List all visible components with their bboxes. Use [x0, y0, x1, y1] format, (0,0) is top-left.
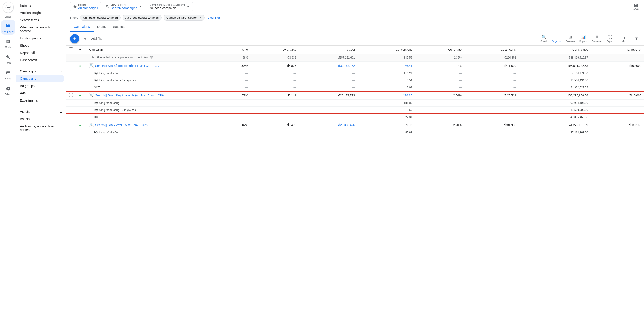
assets-section-header[interactable]: Assets ▲	[16, 108, 66, 115]
sidebar-item-billing[interactable]: Billing	[1, 67, 16, 82]
campaigns-table: ● Campaign CTR Avg. CPC ↓ Cost Conversio…	[66, 46, 644, 136]
nav-item-landing-pages[interactable]: Landing pages	[16, 34, 64, 42]
nav-item-shops[interactable]: Shops	[16, 42, 64, 49]
columns-icon: ⊞	[568, 34, 572, 40]
row1-check[interactable]	[69, 64, 73, 67]
save-icon	[634, 3, 638, 8]
row3-avg-cpc: ₫8,409	[251, 121, 299, 129]
view-filter-small: View (3 filters)	[111, 4, 137, 6]
campaign-selector-btn[interactable]: Campaigns (25 from 1 account) Select a c…	[147, 2, 193, 12]
row2-status-dot: ●	[79, 94, 81, 97]
row3-checkbox[interactable]	[66, 121, 76, 129]
sub2c-label: OCT	[86, 114, 218, 121]
sidebar-item-admin[interactable]: Admin	[1, 83, 16, 98]
sub2b-c1	[66, 106, 76, 114]
sub3a-conv-rate: —	[415, 129, 464, 136]
segment-btn-label: Segment	[552, 40, 561, 42]
nav-item-auction-insights[interactable]: Auction insights	[16, 9, 64, 16]
sidebar-item-campaigns[interactable]: Campaigns	[1, 20, 16, 34]
header-target-cpa[interactable]: Target CPA	[591, 46, 644, 54]
assets-section-label: Assets	[20, 110, 30, 114]
row2-cost-conv: ₫123,511	[464, 91, 519, 100]
sub2c-avg-cpc: —	[251, 114, 299, 121]
nav-item-assets[interactable]: Assets	[16, 115, 64, 122]
nav-item-experiments[interactable]: Experiments	[16, 97, 64, 104]
download-btn[interactable]: ⬇ Download	[590, 34, 604, 44]
nav-item-dashboards[interactable]: Dashboards	[16, 56, 64, 64]
sidebar-item-tools[interactable]: Tools	[1, 51, 16, 66]
row3-cost-link[interactable]: ₫26,388,426	[338, 123, 355, 127]
total-info-icon[interactable]: ⓘ	[150, 56, 153, 59]
left-nav-panel: Insights Auction insights Search terms W…	[16, 0, 66, 318]
expand-btn[interactable]: ⛶ Expand	[604, 34, 616, 44]
row2-conversions-link[interactable]: 228.15	[403, 94, 412, 97]
sub1c-avg-cpc: —	[251, 84, 299, 91]
sub3a-ctr: —	[218, 129, 251, 136]
row1-campaign-name[interactable]: Search || Sim Số đẹp ||Thường || Max Con…	[95, 64, 160, 68]
campaigns-section-header[interactable]: Campaigns ▲	[16, 68, 66, 75]
nav-item-report-editor[interactable]: Report editor	[16, 49, 64, 56]
nav-divider-2	[16, 106, 66, 106]
total-ctr: .59%	[218, 54, 251, 62]
tab-drafts[interactable]: Drafts	[94, 22, 109, 32]
row3-check[interactable]	[69, 123, 73, 126]
sub1a-avg-cpc: —	[251, 70, 299, 77]
create-button[interactable]	[3, 2, 14, 13]
reports-btn[interactable]: 📊 Reports	[578, 34, 589, 44]
nav-item-audiences[interactable]: Audiences, keywords and content	[16, 122, 64, 134]
header-conversions[interactable]: Conversions	[358, 46, 415, 54]
row1-cost-link[interactable]: ₫39,763,162	[338, 64, 355, 68]
row1-conversions-link[interactable]: 146.44	[403, 64, 412, 68]
segment-btn[interactable]: ☰ Segment	[550, 34, 563, 44]
nav-item-ads[interactable]: Ads	[16, 90, 64, 97]
filter-chip-campaign-status[interactable]: Campaign status: Enabled	[80, 15, 120, 20]
row3-campaign-name[interactable]: Search || Sim Viettel || Max Conv + CPA	[95, 123, 148, 127]
header-cost-conv[interactable]: Cost / conv.	[464, 46, 519, 54]
add-filter-button[interactable]: Add filter	[206, 15, 222, 20]
add-filter-placeholder[interactable]: Add filter	[91, 37, 537, 40]
filter-chip-adgroup-status[interactable]: Ad group status: Enabled	[122, 15, 162, 20]
select-all-checkbox[interactable]	[69, 48, 73, 51]
more-btn[interactable]: ⋮ More	[620, 34, 629, 44]
header-ctr[interactable]: CTR	[218, 46, 251, 54]
header-conv-rate[interactable]: Conv. rate	[415, 46, 464, 54]
view-filter-btn[interactable]: View (3 filters) Search campaigns	[103, 2, 145, 12]
nav-item-search-terms[interactable]: Search terms	[16, 16, 64, 24]
back-to-all-campaigns-btn[interactable]: Back to All campaigns	[70, 2, 101, 12]
sub1c-conv: 18.69	[358, 84, 415, 91]
header-cost[interactable]: ↓ Cost	[299, 46, 358, 54]
row2-checkbox[interactable]	[66, 91, 76, 100]
sub2c-cost-conv: —	[464, 114, 519, 121]
save-button[interactable]: Save	[632, 2, 640, 11]
filter-chip-campaign-status-text: Campaign status: Enabled	[83, 16, 118, 19]
nav-item-when-where[interactable]: When and where ads showed	[16, 24, 64, 34]
nav-item-insights[interactable]: Insights	[16, 2, 64, 9]
add-campaign-button[interactable]: +	[70, 34, 79, 43]
row2-campaign-name[interactable]: Search || Sim || Key thương hiệu || Max …	[95, 94, 164, 97]
row2-campaign-icon: 🔍	[89, 93, 94, 98]
header-avg-cpc[interactable]: Avg. CPC	[251, 46, 299, 54]
search-btn[interactable]: 🔍 Search	[538, 34, 550, 44]
nav-item-ad-groups[interactable]: Ad groups	[16, 82, 64, 90]
header-checkbox-cell[interactable]	[66, 46, 76, 54]
filters-label: Filters	[70, 16, 78, 19]
table-row: OCT — — — 18.69 — — 34,382,527.03	[66, 84, 644, 91]
filter-funnel-button[interactable]	[81, 34, 89, 43]
filter-chip-campaign-type[interactable]: Campaign type: Search ✕	[164, 15, 205, 20]
sidebar-item-goals[interactable]: Goals	[1, 36, 16, 50]
header-campaign[interactable]: Campaign	[86, 46, 218, 54]
table-row: ● 🔍 Search || Sim Viettel || Max Conv + …	[66, 121, 644, 129]
filter-chip-campaign-type-remove[interactable]: ✕	[199, 16, 202, 19]
header-conv-value[interactable]: Conv. value	[519, 46, 591, 54]
tab-campaigns[interactable]: Campaigns	[70, 22, 94, 32]
sub2a-ctr: —	[218, 100, 251, 106]
nav-item-campaigns[interactable]: Campaigns	[16, 75, 64, 82]
collapse-btn[interactable]: ▼	[632, 35, 640, 42]
columns-btn[interactable]: ⊞ Columns	[564, 34, 576, 44]
tabs-bar: Campaigns Drafts Settings	[66, 22, 644, 32]
campaigns-icon	[4, 22, 12, 30]
row1-checkbox[interactable]	[66, 62, 76, 70]
row2-check[interactable]	[69, 93, 73, 97]
sub3a-cost-conv: —	[464, 129, 519, 136]
tab-settings[interactable]: Settings	[109, 22, 128, 32]
